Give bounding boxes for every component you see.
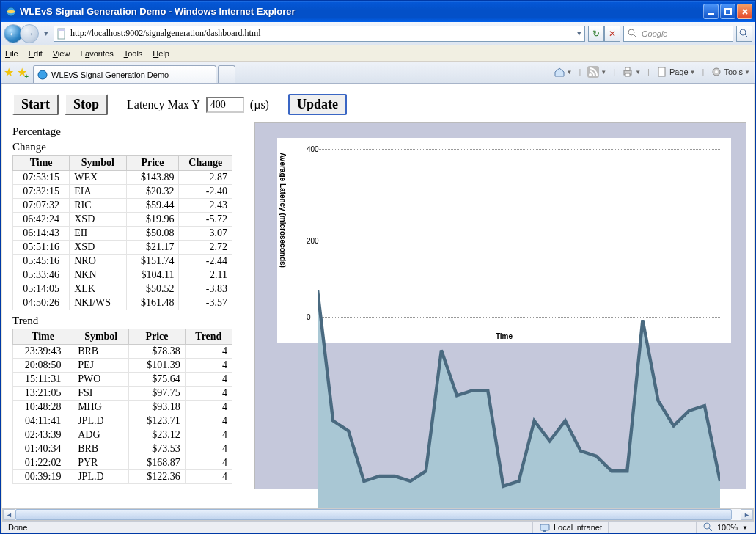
svg-line-6: [634, 34, 636, 37]
table-row: 10:48:28MHG$93.184: [13, 400, 232, 414]
menu-tools[interactable]: Tools: [124, 49, 143, 58]
svg-point-20: [704, 523, 710, 529]
table-row: 04:50:26NKI/WS$161.48-3.57: [13, 296, 232, 310]
status-zoom[interactable]: 100% ▼: [696, 522, 754, 533]
svg-rect-2: [725, 9, 731, 15]
table-row: 15:11:31PWO$75.644: [13, 373, 232, 387]
tab-title: WLEvS Signal Generation Demo: [51, 70, 169, 79]
feeds-button[interactable]: ▼: [585, 65, 609, 79]
control-row: Start Stop Latency Max Y (µs) Update: [2, 84, 754, 122]
intranet-icon: [539, 522, 551, 533]
latency-label: Latency Max Y: [127, 98, 200, 111]
maximize-button[interactable]: [720, 4, 735, 19]
svg-rect-19: [543, 530, 546, 532]
address-bar[interactable]: ▾: [54, 26, 585, 42]
chart-y-title: Average Latency (microseconds): [279, 153, 287, 268]
search-placeholder: Google: [642, 29, 667, 38]
table-row: 07:53:15WEX$143.892.87: [13, 171, 232, 185]
pct-th-change: Change: [179, 156, 232, 171]
pct-table: Time Symbol Price Change 07:53:15WEX$143…: [12, 155, 232, 310]
trend-title: Trend: [12, 315, 247, 327]
pct-th-price: Price: [126, 156, 179, 171]
status-bar: Done Local intranet 100% ▼: [2, 521, 754, 533]
table-row: 13:21:05FSI$97.754: [13, 387, 232, 400]
search-go-button[interactable]: [736, 26, 752, 42]
pct-th-symbol: Symbol: [70, 156, 126, 171]
svg-rect-18: [540, 524, 549, 530]
table-row: 23:39:43BRB$78.384: [13, 345, 232, 359]
svg-point-11: [589, 73, 592, 76]
scroll-right-icon[interactable]: ►: [741, 509, 753, 520]
home-button[interactable]: ▼: [551, 65, 575, 79]
table-row: 05:45:16NRO$151.74-2.44: [13, 255, 232, 268]
stop-button-app[interactable]: Stop: [65, 94, 108, 115]
svg-rect-10: [587, 66, 599, 78]
svg-point-9: [38, 70, 47, 79]
trend-th-price: Price: [129, 329, 186, 345]
favorites-icon[interactable]: ★: [4, 65, 14, 79]
menu-view[interactable]: View: [53, 49, 70, 58]
table-row: 05:51:16XSD$21.172.72: [13, 241, 232, 255]
stop-button[interactable]: ✕: [604, 26, 620, 42]
scroll-left-icon[interactable]: ◄: [3, 509, 15, 520]
menu-help[interactable]: Help: [153, 49, 169, 58]
latency-input[interactable]: [206, 97, 244, 113]
pct-title-1: Percentage: [12, 125, 247, 138]
scrollbar-thumb[interactable]: [15, 509, 732, 520]
status-zone: Local intranet: [532, 522, 608, 533]
trend-table: Time Symbol Price Trend 23:39:43BRB$78.3…: [12, 329, 232, 484]
zoom-icon: [702, 522, 714, 533]
svg-rect-1: [708, 13, 714, 15]
table-row: 06:14:43EII$50.083.07: [13, 227, 232, 241]
trend-th-symbol: Symbol: [73, 329, 129, 345]
svg-rect-13: [625, 67, 630, 70]
table-row: 01:22:02PYR$168.874: [13, 456, 232, 470]
menu-favorites[interactable]: Favorites: [80, 49, 113, 58]
svg-point-17: [715, 70, 718, 73]
table-row: 07:32:15EIA$20.32-2.40: [13, 185, 232, 199]
menu-edit[interactable]: Edit: [29, 49, 43, 58]
chart: Average Latency (microseconds) 400 200 0…: [277, 138, 731, 343]
latency-unit: (µs): [250, 98, 269, 111]
minimize-button[interactable]: [703, 4, 719, 19]
svg-rect-15: [658, 67, 665, 76]
table-row: 20:08:50PEJ$101.394: [13, 359, 232, 373]
page-menu[interactable]: Page▼: [654, 65, 698, 79]
nav-history-dropdown[interactable]: ▾: [42, 29, 51, 38]
table-row: 01:40:34BRB$73.534: [13, 442, 232, 456]
page-icon: [56, 28, 67, 40]
tools-menu[interactable]: Tools▼: [708, 65, 752, 79]
url-input[interactable]: [69, 27, 576, 40]
chart-plot: [318, 149, 720, 508]
close-button[interactable]: [737, 4, 752, 19]
update-button[interactable]: Update: [288, 94, 347, 115]
search-box[interactable]: Google: [623, 26, 733, 42]
svg-rect-14: [625, 73, 630, 76]
start-button[interactable]: Start: [12, 94, 59, 115]
refresh-button[interactable]: ↻: [588, 26, 604, 42]
command-bar: ▼ | ▼ | ▼ | Page▼ | Tools▼: [551, 65, 752, 79]
table-row: 05:14:05XLK$50.52-3.83: [13, 282, 232, 296]
tab-active[interactable]: WLEvS Signal Generation Demo: [33, 65, 216, 83]
url-dropdown-icon[interactable]: ▾: [576, 29, 583, 38]
trend-th-trend: Trend: [185, 329, 232, 345]
new-tab-button[interactable]: [218, 65, 235, 83]
nav-bar: ← → ▾ ▾ ↻ ✕ Google: [1, 22, 755, 45]
menu-file[interactable]: File: [5, 49, 18, 58]
horizontal-scrollbar[interactable]: ◄ ►: [2, 508, 754, 521]
add-favorites-icon[interactable]: ★+: [17, 65, 27, 79]
table-row: 06:42:24XSD$19.96-5.72: [13, 213, 232, 227]
browser-window: WLEvS Signal Generation Demo - Windows I…: [0, 0, 756, 534]
window-title: WLEvS Signal Generation Demo - Windows I…: [20, 6, 703, 17]
svg-line-21: [709, 528, 712, 531]
ie-icon: [5, 6, 17, 18]
print-button[interactable]: ▼: [620, 65, 643, 79]
table-row: 04:11:41JPL.D$123.714: [13, 414, 232, 428]
table-row: 07:07:32RIC$59.442.43: [13, 199, 232, 213]
forward-button[interactable]: →: [20, 24, 39, 43]
pct-th-time: Time: [13, 156, 70, 171]
page-content: Start Stop Latency Max Y (µs) Update Per…: [2, 84, 754, 508]
chart-pane: Average Latency (microseconds) 400 200 0…: [254, 122, 746, 489]
menu-bar: File Edit View Favorites Tools Help: [1, 45, 755, 62]
table-row: 05:33:46NKN$104.112.11: [13, 268, 232, 282]
